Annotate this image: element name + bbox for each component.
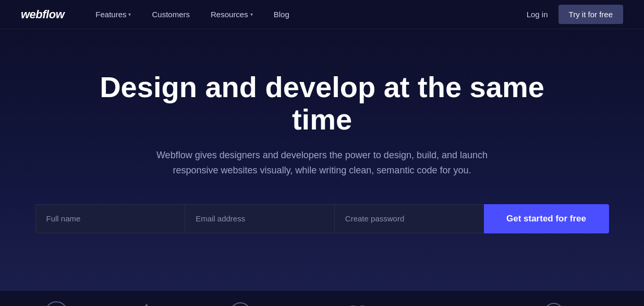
nav-item-customers[interactable]: Customers <box>141 0 200 29</box>
hero-headline: Design and develop at the same time <box>88 71 557 135</box>
nav-item-resources[interactable]: Resources ▾ <box>200 0 263 29</box>
login-button[interactable]: Log in <box>527 10 548 19</box>
signup-form: Get started for free <box>35 204 609 233</box>
hero-section: Design and develop at the same time Webf… <box>0 29 644 291</box>
try-free-button[interactable]: Try it for free <box>558 5 623 24</box>
email-input[interactable] <box>185 204 334 233</box>
nav-right: Log in Try it for free <box>527 5 623 24</box>
navbar: webflow Features ▾ Customers Resources ▾… <box>0 0 644 29</box>
nav-item-features[interactable]: Features ▾ <box>85 0 141 29</box>
logo-dell: dell <box>544 303 564 306</box>
hero-subheadline: Webflow gives designers and developers t… <box>150 148 494 178</box>
chevron-down-icon: ▾ <box>250 11 253 17</box>
logo-nasa: NASA <box>45 301 68 306</box>
logo-vw: VW <box>230 302 251 306</box>
full-name-input[interactable] <box>35 204 185 233</box>
logos-bar: NASA IDEO Adobe CBS VW △ AUTODESK ▶ DIRE… <box>0 291 644 306</box>
get-started-button[interactable]: Get started for free <box>484 204 609 233</box>
logo-adobe: Adobe <box>137 303 156 306</box>
nav-item-blog[interactable]: Blog <box>263 0 300 29</box>
webflow-logo[interactable]: webflow <box>21 8 64 21</box>
password-input[interactable] <box>334 204 484 233</box>
nav-links: Features ▾ Customers Resources ▾ Blog <box>85 0 526 29</box>
chevron-down-icon: ▾ <box>128 11 131 17</box>
